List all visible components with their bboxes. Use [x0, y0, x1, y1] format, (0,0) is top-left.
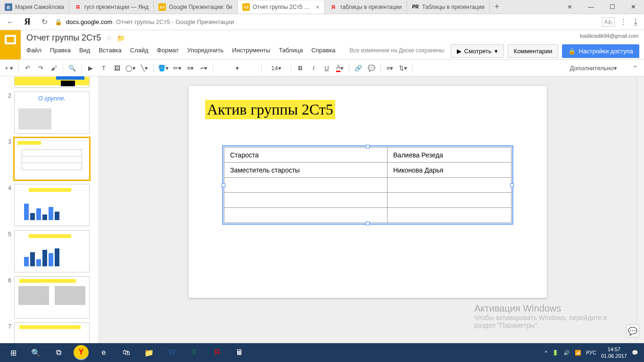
fill-color-button[interactable]: 🪣▾	[157, 62, 170, 74]
redo-button[interactable]: ↷	[34, 62, 47, 74]
menu-slide[interactable]: Слайд	[130, 47, 149, 54]
paint-format-button[interactable]: 🖌	[48, 62, 60, 74]
search-button[interactable]: 🔍	[25, 343, 47, 362]
link-button[interactable]: 🔗	[352, 62, 364, 74]
taskbar-app-excel[interactable]: X	[183, 343, 206, 362]
star-icon[interactable]: ☆	[106, 33, 112, 42]
taskbar-app-calc[interactable]: 🖩	[228, 343, 251, 362]
browser-tab[interactable]: в Мария Самойлова	[0, 0, 69, 14]
canvas-area: Актив группы 2Ст5 СтаростаВалиева Резеда…	[99, 76, 636, 362]
slide-canvas[interactable]: Актив группы 2Ст5 СтаростаВалиева Резеда…	[189, 86, 547, 298]
taskbar-app-explorer[interactable]: 📁	[138, 343, 160, 362]
user-email[interactable]: badikradik94@gmail.com	[580, 33, 638, 39]
menu-view[interactable]: Вид	[79, 47, 91, 54]
textbox-tool[interactable]: T	[98, 62, 110, 74]
url-input[interactable]: 🔒 docs.google.com Отчет группы 2Ст5 - Go…	[55, 18, 598, 25]
bold-button[interactable]: B	[294, 62, 306, 74]
zoom-button[interactable]: 🔍	[66, 62, 78, 74]
border-weight-button[interactable]: ≡▾	[184, 62, 197, 74]
taskbar-app-word[interactable]: W	[160, 343, 183, 362]
canvas-scroll[interactable]: Актив группы 2Ст5 СтаростаВалиева Резеда…	[99, 76, 636, 351]
tray-language[interactable]: РУС	[586, 350, 596, 355]
tray-wifi-icon[interactable]: 📶	[575, 350, 581, 356]
tray-battery-icon[interactable]: 🔋	[552, 350, 559, 356]
document-title[interactable]: Отчет группы 2Ст5	[26, 33, 101, 43]
close-tab-icon[interactable]: ×	[316, 3, 320, 11]
toolbar: + ▾ ↶ ↷ 🖌 🔍 ▶ T 🖼 ◯▾ ╲▾ 🪣▾ ✏▾ ≡▾ ┅▾ ▾ 14…	[0, 59, 644, 76]
browser-tab[interactable]: Я гугл презентации — Янд	[69, 0, 154, 14]
download-icon[interactable]: ⭳	[632, 17, 640, 27]
taskbar-app-edge[interactable]: e	[92, 343, 115, 362]
save-status: Все изменения на Диске сохранены	[349, 47, 444, 54]
present-button[interactable]: ▶ Смотреть ▾	[451, 44, 504, 58]
yandex-home-icon[interactable]: Я	[21, 16, 34, 29]
italic-button[interactable]: I	[307, 62, 320, 74]
new-slide-button[interactable]: + ▾	[3, 62, 15, 74]
slide-thumbnail[interactable]	[14, 230, 90, 272]
bookmark-icon[interactable]: ⋮	[619, 17, 627, 26]
slide-thumbnail-selected[interactable]	[14, 138, 90, 180]
folder-icon[interactable]: 📁	[117, 34, 125, 42]
new-tab-button[interactable]: +	[490, 2, 504, 12]
underline-button[interactable]: U	[321, 62, 333, 74]
workspace: 2О группе. 3 4 5 6 7 Актив группы 2Ст5 С…	[0, 76, 644, 362]
browser-menu-icon[interactable]: ≡	[559, 0, 580, 14]
line-spacing-button[interactable]: ⇅▾	[397, 62, 409, 74]
select-tool[interactable]: ▶	[84, 62, 97, 74]
browser-tab[interactable]: PR Таблицы в презентации	[407, 0, 490, 14]
border-dash-button[interactable]: ┅▾	[198, 62, 210, 74]
table-selection[interactable]: СтаростаВалиева Резеда Заместитель старо…	[224, 147, 512, 223]
tab-label: таблицы в презентации	[340, 4, 402, 10]
translate-icon[interactable]: Aあ	[602, 17, 615, 27]
back-button[interactable]: ←	[4, 16, 17, 29]
font-select[interactable]: ▾	[216, 62, 258, 74]
slide-thumbnail[interactable]	[14, 76, 90, 88]
tray-volume-icon[interactable]: 🔊	[563, 350, 570, 356]
align-button[interactable]: ≡▾	[384, 62, 396, 74]
menu-file[interactable]: Файл	[26, 47, 41, 54]
tray-notifications-icon[interactable]: 💬	[632, 350, 638, 356]
shape-tool[interactable]: ◯▾	[124, 62, 137, 74]
vertical-scrollbar[interactable]	[636, 76, 644, 362]
text-color-button[interactable]: A▾	[334, 62, 346, 74]
slide-thumbnail[interactable]	[14, 276, 90, 319]
line-tool[interactable]: ╲▾	[138, 62, 150, 74]
menu-tools[interactable]: Инструменты	[232, 47, 270, 54]
address-bar: ← Я ↻ 🔒 docs.google.com Отчет группы 2Ст…	[0, 14, 644, 30]
slide-title-text[interactable]: Актив группы 2Ст5	[205, 100, 335, 119]
taskbar-app-yandex[interactable]: Y	[74, 345, 89, 360]
slides-logo[interactable]	[0, 30, 21, 59]
menu-table[interactable]: Таблица	[279, 47, 303, 54]
font-size-input[interactable]: 14 ▾	[264, 62, 288, 74]
undo-button[interactable]: ↶	[21, 62, 33, 74]
slide-thumbnail[interactable]: О группе.	[14, 91, 90, 134]
menu-help[interactable]: Справка	[311, 47, 335, 54]
browser-tab[interactable]: ▭ Google Презентации: бе	[154, 0, 238, 14]
tray-chevron-icon[interactable]: ^	[545, 350, 547, 355]
browser-tab-active[interactable]: ▭ Отчет группы 2Ст5 - G ×	[238, 0, 325, 14]
slide-thumbnail[interactable]	[14, 184, 90, 226]
maximize-button[interactable]: ☐	[602, 0, 623, 14]
collapse-toolbar-icon[interactable]: ⌃	[629, 62, 641, 74]
tray-clock[interactable]: 14:57 01.06.2017	[601, 346, 627, 360]
comments-button[interactable]: Комментарии	[508, 44, 559, 58]
feedback-button[interactable]: 💬	[626, 324, 639, 337]
image-tool[interactable]: 🖼	[111, 62, 123, 74]
thumbnail-panel[interactable]: 2О группе. 3 4 5 6 7	[0, 76, 99, 362]
start-button[interactable]: ⊞	[2, 343, 25, 362]
more-button[interactable]: Дополнительно ▾	[568, 62, 619, 74]
menu-insert[interactable]: Вставка	[99, 47, 121, 54]
taskbar-app-store[interactable]: 🛍	[115, 343, 138, 362]
minimize-button[interactable]: —	[580, 0, 602, 14]
share-button[interactable]: 🔒 Настройки доступа	[562, 44, 639, 58]
browser-tab[interactable]: Я таблицы в презентации	[325, 0, 407, 14]
reload-button[interactable]: ↻	[38, 16, 51, 29]
border-color-button[interactable]: ✏▾	[171, 62, 183, 74]
taskbar-app-yandex2[interactable]: Я	[206, 343, 228, 362]
menu-arrange[interactable]: Упорядочить	[187, 47, 223, 54]
comment-button[interactable]: 💬	[365, 62, 378, 74]
menu-edit[interactable]: Правка	[50, 47, 71, 54]
close-window-button[interactable]: ✕	[623, 0, 644, 14]
task-view-button[interactable]: ⧉	[47, 343, 70, 362]
menu-format[interactable]: Формат	[157, 47, 179, 54]
